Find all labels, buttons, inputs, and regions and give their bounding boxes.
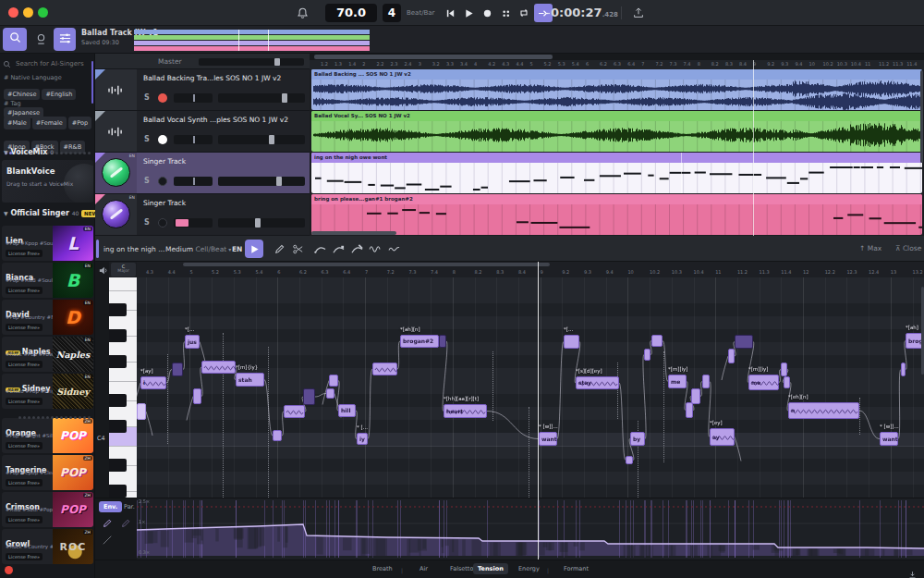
midi-note[interactable] <box>372 363 397 375</box>
arrangement-h-scroll-thumb[interactable] <box>314 55 553 59</box>
loop-button[interactable] <box>516 4 532 22</box>
solo-button[interactable]: S <box>144 177 150 185</box>
clip-track-1[interactable]: Ballad Backing ... SOS NO 1 JW v2 <box>311 69 922 110</box>
midi-note[interactable] <box>564 335 579 349</box>
midi-note[interactable] <box>691 388 700 404</box>
vibrato-tool-button[interactable] <box>384 240 403 258</box>
arrangement-bottom-scroll-thumb[interactable] <box>311 231 396 235</box>
midi-note[interactable]: jus <box>185 335 200 349</box>
record-button[interactable] <box>479 4 495 22</box>
maximize-editor-button[interactable]: ↑ Max <box>859 244 881 252</box>
track-header-row[interactable]: ENSinger TrackS <box>95 194 310 236</box>
playhead[interactable] <box>538 262 539 560</box>
midi-note[interactable] <box>644 349 650 361</box>
volume-thumb[interactable] <box>282 93 287 103</box>
param-graph-area[interactable] <box>137 498 924 560</box>
midi-note[interactable] <box>201 361 236 374</box>
singer-card-orange[interactable]: Orange#Pop #Bright #SilkyLicense Free»PO… <box>2 418 93 453</box>
black-key[interactable] <box>109 355 127 368</box>
singer-card-naples[interactable]: NEWNaples#Rock #Pop #PoweLicense Free»Na… <box>2 337 93 372</box>
wave-tool-button[interactable] <box>366 240 384 258</box>
grid-button[interactable] <box>497 4 514 22</box>
piano-roll-grid[interactable]: i*[ay]jus*[...stah*[m]{iy}hilliy* [...br… <box>137 277 924 498</box>
track-icon-cell[interactable]: EN <box>95 194 137 235</box>
play-button[interactable] <box>460 4 477 22</box>
pagination-dots[interactable] <box>4 405 92 423</box>
pencil-tool-button[interactable] <box>270 240 288 258</box>
param-line-icon[interactable] <box>101 534 114 547</box>
midi-note[interactable]: iy <box>357 433 368 445</box>
bell-icon[interactable] <box>294 5 310 21</box>
param-tab-energy[interactable]: Energy <box>514 563 544 574</box>
midi-note[interactable] <box>626 456 633 464</box>
black-key[interactable] <box>109 329 127 342</box>
singer-card-sidney[interactable]: NEWSidney#Disco #Pop #BrighLicense Free»… <box>2 374 93 409</box>
beats-per-bar-value[interactable]: 4 <box>383 4 401 22</box>
mute-dot[interactable] <box>158 218 167 228</box>
clip-track-3[interactable]: ing on the nigh owe wont <box>311 153 922 193</box>
midi-note[interactable]: stah <box>236 373 264 387</box>
midi-note[interactable]: brogan#2 <box>400 335 439 348</box>
volume-slider[interactable] <box>218 218 305 228</box>
param-tab-formant[interactable]: Formant <box>559 563 593 574</box>
param-tab-air[interactable]: Air <box>415 563 432 574</box>
master-volume-thumb[interactable] <box>274 58 280 66</box>
key-scale-display[interactable]: C Major <box>111 263 136 277</box>
black-key[interactable] <box>109 485 127 498</box>
song-overview-strip[interactable] <box>134 30 370 51</box>
record-panel-icon[interactable] <box>30 28 52 51</box>
midi-note[interactable]: want <box>539 432 557 446</box>
midi-note[interactable]: ay <box>710 428 735 446</box>
midi-note[interactable] <box>273 430 282 441</box>
piano-keyboard[interactable] <box>109 277 137 498</box>
singer-search-input[interactable] <box>14 59 88 68</box>
param-pen-icon[interactable] <box>101 517 114 530</box>
singer-card-lien[interactable]: Lien#Pop #Kpop #Soul #License Free»LEN <box>2 226 93 261</box>
arrangement-ruler[interactable]: 1.21.31.422.22.32.433.23.33.444.24.34.45… <box>310 60 924 69</box>
volume-slider[interactable] <box>218 135 305 144</box>
track-icon-cell[interactable] <box>95 111 137 152</box>
pitch-pen-tool-button[interactable] <box>310 240 329 258</box>
mute-dot[interactable] <box>158 177 167 186</box>
param-tab-breath[interactable]: Breath <box>368 563 397 574</box>
midi-note[interactable]: me <box>748 375 779 390</box>
tag-chip[interactable]: #Pop <box>68 117 91 129</box>
lyric-language-select[interactable]: EN <box>232 245 242 253</box>
track-header-row[interactable]: ENSinger TrackS <box>95 153 310 194</box>
editing-clip-name[interactable]: ing on the nigh ... <box>103 245 164 253</box>
solo-button[interactable]: S <box>144 93 150 102</box>
midi-note[interactable]: want <box>880 432 898 446</box>
midi-note[interactable]: by <box>630 432 645 446</box>
param-anchor-pen-icon[interactable] <box>119 517 132 530</box>
quantize-select[interactable]: Medium Cell/Beat ▾ <box>165 245 231 253</box>
pan-slider[interactable] <box>174 93 213 103</box>
voicemix-section-header[interactable]: ▼ VoiceMix 0 <box>4 148 54 156</box>
singer-card-david[interactable]: David#Pop #Country #FoLicense Free»DEN <box>2 300 93 335</box>
black-key[interactable] <box>109 420 127 433</box>
arrangement-v-scroll-thumb[interactable] <box>920 70 923 163</box>
pitch-erase-tool-button[interactable] <box>347 240 366 258</box>
param-tab-tension[interactable]: Tension <box>473 563 508 574</box>
black-key[interactable] <box>109 303 127 316</box>
mute-dot[interactable] <box>158 93 167 103</box>
auto-scroll-button[interactable] <box>534 4 553 22</box>
volume-slider[interactable] <box>218 93 305 103</box>
tempo-value[interactable]: 70.0 <box>325 4 377 22</box>
minimize-window-button[interactable] <box>23 7 33 18</box>
midi-note[interactable]: stay <box>576 376 619 389</box>
singer-card-bianca[interactable]: Bianca#Pop #R&B #Soul #License Free»BEN <box>2 263 93 298</box>
singer-card-tangerine[interactable]: Tangerine#Pop #Cpop #CleaLicense Free»PO… <box>2 455 93 490</box>
midi-note[interactable] <box>702 375 710 388</box>
midi-note[interactable] <box>172 363 183 376</box>
midi-note[interactable]: n <box>788 402 859 419</box>
pan-slider[interactable] <box>174 135 213 144</box>
pointer-tool-button[interactable] <box>245 240 263 258</box>
midi-note[interactable] <box>784 376 790 388</box>
midi-note[interactable] <box>326 388 334 399</box>
mute-dot[interactable] <box>158 135 167 144</box>
volume-thumb[interactable] <box>276 177 282 186</box>
midi-note[interactable] <box>728 349 735 363</box>
clip-track-4[interactable]: bring on please...gan#1 brogan#2 <box>311 194 922 235</box>
midi-note[interactable]: me <box>668 375 687 388</box>
language-tag-chip[interactable]: #Chinese <box>4 89 40 100</box>
